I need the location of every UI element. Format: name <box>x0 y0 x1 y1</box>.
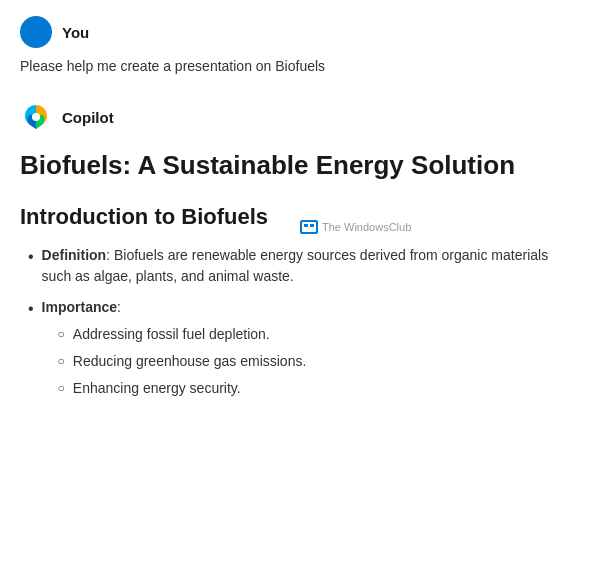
watermark: The WindowsClub <box>300 220 411 234</box>
sub-bullet-list: Addressing fossil fuel depletion. Reduci… <box>42 324 307 399</box>
list-item: Addressing fossil fuel depletion. <box>58 324 307 345</box>
user-header: You <box>20 16 580 48</box>
bullet-content: Definition: Biofuels are renewable energ… <box>42 245 580 287</box>
bullet-text: : <box>117 299 121 315</box>
sub-bullet-text: Addressing fossil fuel depletion. <box>73 324 270 345</box>
list-item: Enhancing energy security. <box>58 378 307 399</box>
sub-bullet-text: Reducing greenhouse gas emissions. <box>73 351 306 372</box>
list-item: Importance: Addressing fossil fuel deple… <box>28 297 580 399</box>
svg-point-1 <box>32 113 40 121</box>
bullet-label: Definition <box>42 247 107 263</box>
avatar <box>20 16 52 48</box>
svg-rect-5 <box>310 224 314 227</box>
copilot-header: Copilot <box>20 101 580 133</box>
list-item: Definition: Biofuels are renewable energ… <box>28 245 580 287</box>
list-item: Reducing greenhouse gas emissions. <box>58 351 307 372</box>
watermark-icon <box>300 220 318 234</box>
copilot-response: Biofuels: A Sustainable Energy Solution … <box>20 141 580 399</box>
copilot-section: Copilot Biofuels: A Sustainable Energy S… <box>20 101 580 399</box>
bullet-content: Importance: Addressing fossil fuel deple… <box>42 297 307 399</box>
chat-container: You Please help me create a presentation… <box>0 0 600 415</box>
presentation-title: Biofuels: A Sustainable Energy Solution <box>20 149 580 183</box>
user-section: You Please help me create a presentation… <box>20 16 580 77</box>
svg-rect-4 <box>304 224 308 227</box>
user-message: Please help me create a presentation on … <box>20 56 580 77</box>
user-name: You <box>62 24 89 41</box>
copilot-icon <box>20 101 52 133</box>
bullet-label: Importance <box>42 299 117 315</box>
copilot-name: Copilot <box>62 109 114 126</box>
sub-bullet-text: Enhancing energy security. <box>73 378 241 399</box>
bullet-text: : Biofuels are renewable energy sources … <box>42 247 549 284</box>
bullet-list: Definition: Biofuels are renewable energ… <box>20 245 580 399</box>
watermark-text: The WindowsClub <box>322 221 411 233</box>
